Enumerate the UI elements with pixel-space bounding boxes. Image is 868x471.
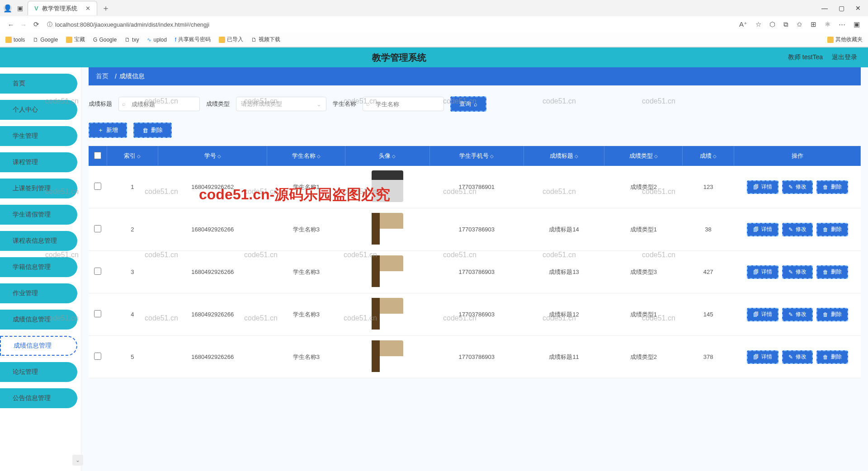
filter-title-label: 成绩标题: [89, 100, 112, 108]
filter-toolbar: 成绩标题 ⌕ 成绩类型 请选择成绩类型 ⌄ 学生名称 ⌕ 查询⌕: [89, 96, 861, 112]
url-text[interactable]: localhost:8080/jiaoxueguanli/admin/dist/…: [55, 21, 209, 28]
sidebar-item[interactable]: 课程管理: [0, 152, 77, 172]
plus-icon: ＋: [98, 126, 104, 134]
logout-link[interactable]: 退出登录: [832, 53, 857, 61]
breadcrumb-home[interactable]: 首页: [96, 72, 108, 80]
search-icon: ⌕: [366, 100, 370, 107]
extensions-icon[interactable]: ⊞: [811, 20, 816, 28]
table-header[interactable]: 索引◇: [107, 146, 158, 166]
row-action-edit[interactable]: ✎修改: [782, 223, 813, 236]
row-action-edit[interactable]: ✎修改: [782, 265, 813, 279]
filter-type-select[interactable]: 请选择成绩类型 ⌄: [236, 97, 326, 111]
action-icon: 🗐: [753, 269, 759, 275]
row-action-detail[interactable]: 🗐详情: [747, 223, 778, 236]
sidebar-item[interactable]: 学生请假管理: [0, 205, 77, 225]
maximize-icon[interactable]: ▢: [839, 5, 844, 12]
sidebar-toggle-icon[interactable]: ▣: [854, 20, 860, 28]
sidebar-item[interactable]: 学生管理: [0, 126, 77, 146]
reload-icon[interactable]: ⟳: [30, 20, 42, 28]
bookmark-item[interactable]: ∿ uplod: [147, 37, 166, 43]
query-button[interactable]: 查询⌕: [450, 96, 486, 112]
action-icon: ✎: [788, 311, 793, 318]
profile-icon[interactable]: 👤: [4, 4, 12, 12]
delete-button[interactable]: 🗑删除: [133, 122, 172, 138]
favorites-bar-icon[interactable]: ✩: [797, 20, 802, 28]
minimize-icon[interactable]: —: [821, 5, 828, 12]
avatar: [372, 213, 403, 245]
row-action-delete[interactable]: 🗑删除: [816, 308, 848, 321]
bookmark-item[interactable]: 🗋 txy: [125, 37, 139, 43]
bookmark-item[interactable]: f 共享账号密码: [175, 36, 211, 43]
sync-icon[interactable]: ⬡: [769, 20, 775, 28]
favorite-icon[interactable]: ☆: [755, 20, 761, 28]
row-checkbox[interactable]: [94, 310, 101, 317]
scroll-down-icon[interactable]: ⌄: [72, 455, 83, 466]
sidebar-item[interactable]: 公告信息管理: [0, 388, 77, 408]
row-checkbox[interactable]: [94, 183, 101, 190]
bookmark-item[interactable]: tools: [5, 37, 25, 43]
table-header[interactable]: 操作: [734, 146, 861, 166]
add-button[interactable]: ＋新增: [89, 122, 127, 138]
table-header[interactable]: 学号◇: [158, 146, 267, 166]
read-aloud-icon[interactable]: A⁺: [739, 20, 747, 28]
sidebar-item[interactable]: 成绩信息管理: [0, 310, 77, 330]
row-action-delete[interactable]: 🗑删除: [816, 350, 848, 364]
row-action-edit[interactable]: ✎修改: [782, 350, 813, 364]
bookmark-item[interactable]: G Google: [93, 37, 117, 43]
user-label: 教师 testTea: [788, 53, 823, 61]
action-icon: ✎: [788, 226, 793, 233]
table-header[interactable]: 学生名称◇: [267, 146, 345, 166]
table-header[interactable]: 成绩标题◇: [524, 146, 604, 166]
row-action-detail[interactable]: 🗐详情: [747, 308, 778, 321]
site-info-icon[interactable]: ⓘ: [47, 21, 52, 28]
row-action-detail[interactable]: 🗐详情: [747, 180, 778, 194]
table-row: 41680492926266学生名称317703786903成绩标题12成绩类型…: [89, 293, 861, 336]
action-icon: 🗐: [753, 226, 759, 233]
bookmark-item[interactable]: 宝藏: [66, 36, 85, 43]
collections-icon[interactable]: ⧉: [783, 20, 788, 28]
action-icon: 🗑: [823, 311, 828, 318]
row-action-edit[interactable]: ✎修改: [782, 308, 813, 321]
bookmark-item[interactable]: 已导入: [219, 36, 243, 43]
browser-tab[interactable]: V 教学管理系统 ✕: [28, 1, 97, 15]
sidebar-item[interactable]: 课程表信息管理: [0, 231, 77, 251]
close-icon[interactable]: ✕: [85, 5, 90, 12]
more-icon[interactable]: ⋯: [839, 20, 845, 28]
table-header[interactable]: 头像◇: [345, 146, 430, 166]
row-checkbox[interactable]: [94, 353, 101, 360]
tab-overview-icon[interactable]: ▣: [17, 5, 23, 12]
table-header[interactable]: 学生手机号◇: [429, 146, 524, 166]
forward-icon: →: [17, 21, 30, 28]
row-action-edit[interactable]: ✎修改: [782, 180, 813, 194]
sidebar-item[interactable]: 上课签到管理: [0, 179, 77, 198]
action-icon: 🗐: [753, 184, 759, 190]
sidebar-item[interactable]: 作业管理: [0, 283, 77, 303]
filter-title-input[interactable]: [118, 97, 200, 111]
bookmark-item[interactable]: 🗋 Google: [33, 37, 58, 43]
sidebar-item[interactable]: 论坛管理: [0, 362, 77, 382]
other-favorites[interactable]: 其他收藏夹: [827, 36, 863, 43]
table-header[interactable]: 成绩类型◇: [604, 146, 683, 166]
sidebar-item[interactable]: 个人中心: [0, 100, 77, 120]
row-checkbox[interactable]: [94, 225, 101, 232]
action-icon: ✎: [788, 269, 793, 275]
browser-chrome: 👤 ▣ V 教学管理系统 ✕ ＋ — ▢ ✕ ← → ⟳ ⓘ localhost…: [0, 0, 868, 47]
bookmark-item[interactable]: 🗋 视频下载: [251, 36, 280, 43]
filter-student-input[interactable]: [363, 97, 444, 111]
row-checkbox[interactable]: [94, 268, 101, 275]
sidebar-item[interactable]: 成绩信息管理: [0, 336, 77, 356]
select-all-checkbox[interactable]: [94, 152, 101, 159]
row-action-delete[interactable]: 🗑删除: [816, 180, 848, 194]
row-action-delete[interactable]: 🗑删除: [816, 223, 848, 236]
window-close-icon[interactable]: ✕: [855, 5, 861, 12]
search-icon: ⌕: [474, 101, 477, 108]
table-header[interactable]: 成绩◇: [683, 146, 734, 166]
new-tab-button[interactable]: ＋: [102, 3, 110, 14]
sidebar-item[interactable]: 学籍信息管理: [0, 257, 77, 277]
sidebar-item[interactable]: 首页: [0, 74, 77, 94]
qr-icon[interactable]: ⚛: [825, 20, 830, 28]
row-action-detail[interactable]: 🗐详情: [747, 265, 778, 279]
row-action-detail[interactable]: 🗐详情: [747, 350, 778, 364]
row-action-delete[interactable]: 🗑删除: [816, 265, 848, 279]
back-icon[interactable]: ←: [5, 21, 17, 28]
